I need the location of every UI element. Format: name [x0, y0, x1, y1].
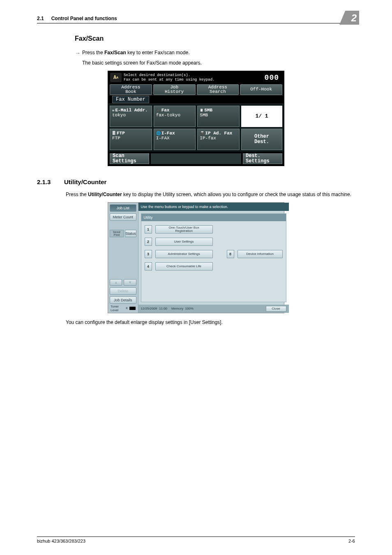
- destination-grid: ✉E-Mail Addr.tokyo 📞Faxfax-tokyo 🖥SMBSMB…: [108, 104, 284, 152]
- scan-settings-button[interactable]: ScanSettings: [110, 153, 149, 164]
- header-section-title: Control Panel and functions: [51, 16, 355, 21]
- sidebar-job-details[interactable]: Job Details: [110, 296, 136, 304]
- s2-main: Use the menu buttons or keypad to make a…: [138, 203, 289, 313]
- page-header: 2.1 Control Panel and functions: [37, 16, 355, 23]
- section-title: Utility/Counter: [64, 178, 106, 185]
- num-3: 3: [145, 250, 152, 258]
- smb-icon: 🖥: [200, 109, 203, 113]
- faxscan-heading: Fax/Scan: [75, 35, 355, 42]
- step-pre: Press the: [82, 50, 104, 56]
- s2-footer: 12/25/2009 11:00 Memory 100% Close: [138, 305, 289, 313]
- zoom-icon[interactable]: AA: [110, 73, 122, 82]
- dest-fax[interactable]: 📞Faxfax-tokyo: [154, 106, 196, 127]
- tab-address-search[interactable]: Address Search: [197, 84, 239, 95]
- section-heading-row: 2.1.3 Utility/Counter: [37, 178, 355, 185]
- off-hook-button[interactable]: Off-Hook: [240, 84, 282, 95]
- tab-address-book[interactable]: Address Book: [110, 84, 152, 95]
- sidebar-arrows: ▲ ▼: [110, 279, 136, 286]
- toner-bar-icon: [129, 307, 136, 310]
- toner-k-label: K: [126, 306, 128, 310]
- sidebar-spacer: [110, 239, 136, 278]
- page-indicator: 1/ 1: [241, 106, 282, 127]
- toner-label: Toner Level: [111, 305, 125, 312]
- toner-level: Toner Level K: [110, 305, 136, 311]
- utility-row-1: 1 One-Touch/User Box Registration: [145, 225, 283, 234]
- num-1: 1: [145, 225, 152, 234]
- s2-sidebar: Job List Meter Count Send/ Print Status …: [108, 203, 138, 313]
- sidebar-status-row: Send/ Print Status: [110, 230, 136, 237]
- s1-top-line2: Fax can be sent at any time using keypad…: [124, 78, 265, 82]
- sidebar-status-small: Send/ Print: [110, 230, 124, 237]
- sidebar-gap: [110, 222, 136, 228]
- utility-screenshot: Job List Meter Count Send/ Print Status …: [108, 202, 284, 313]
- s1-top-line1: Select desired destination(s).: [124, 73, 265, 78]
- faxscan-screenshot: AA Select desired destination(s). Fax ca…: [108, 71, 284, 166]
- email-icon: ✉: [112, 109, 114, 113]
- utility-row-4: 4 Check Consumable Life: [145, 262, 283, 271]
- foot-memory: Memory 100%: [171, 307, 194, 310]
- dest-email[interactable]: ✉E-Mail Addr.tokyo: [110, 106, 152, 127]
- utility-panel: Utility 1 One-Touch/User Box Registratio…: [141, 213, 286, 302]
- dest-ipfax[interactable]: 📠IP Ad. FaxIP-fax: [197, 129, 240, 150]
- other-dest-button[interactable]: OtherDest.: [241, 129, 282, 150]
- page-footer: bizhub 423/363/283/223 2-6: [37, 536, 355, 543]
- fax-icon: 📞: [156, 109, 161, 113]
- destination-counter: 000: [265, 74, 284, 82]
- s1-tabs: Address Book Job History Address Search …: [108, 84, 284, 95]
- num-8: 8: [227, 250, 234, 258]
- utility-row-2: 2 User Settings: [145, 238, 283, 246]
- s1-bottom-spacer: [151, 153, 241, 164]
- ifax-icon: 🌐: [156, 132, 161, 136]
- item-consumable[interactable]: Check Consumable Life: [155, 262, 213, 271]
- utility-panel-title: Utility: [141, 214, 286, 221]
- arrow-up-icon[interactable]: ▲: [110, 279, 122, 286]
- header-section-number: 2.1: [37, 16, 44, 21]
- dest-ifax[interactable]: 🌐I-FaxI-FAX: [154, 129, 196, 150]
- utility-paragraph: Press the Utility/Counter key to display…: [66, 191, 355, 198]
- arrow-right-icon: →: [75, 50, 82, 56]
- step-text: Press the Fax/Scan key to enter Fax/scan…: [82, 50, 189, 56]
- ipfax-icon: 📠: [200, 132, 204, 136]
- sidebar-meter-count[interactable]: Meter Count: [110, 213, 136, 221]
- foot-date: 12/25/2009 11:00: [141, 307, 168, 310]
- section-number: 2.1.3: [37, 178, 64, 185]
- chapter-badge: 2: [339, 11, 359, 25]
- tab-job-history[interactable]: Job History: [153, 84, 196, 95]
- step-key: Fax/Scan: [104, 50, 126, 56]
- item-onetouch[interactable]: One-Touch/User Box Registration: [155, 225, 213, 234]
- sidebar-delete[interactable]: Delete: [110, 287, 136, 295]
- dest-smb[interactable]: 🖥SMBSMB: [197, 106, 240, 127]
- arrow-down-icon[interactable]: ▼: [124, 279, 136, 286]
- utility-after-text: You can configure the default enlarge di…: [66, 319, 355, 326]
- s2-hint: Use the menu buttons or keypad to make a…: [138, 203, 289, 211]
- step-sub: The basic settings screen for Fax/Scan m…: [82, 60, 355, 67]
- num-2: 2: [145, 238, 152, 246]
- s1-top-text: Select desired destination(s). Fax can b…: [124, 73, 265, 82]
- s1-topbar: AA Select desired destination(s). Fax ca…: [108, 71, 284, 84]
- close-button[interactable]: Close: [266, 306, 286, 312]
- sidebar-job-list[interactable]: Job List: [110, 204, 136, 212]
- s1-bottom: ScanSettings Dest.Settings: [108, 152, 284, 166]
- num-4: 4: [145, 262, 152, 271]
- step-row: → Press the Fax/Scan key to enter Fax/sc…: [75, 50, 355, 56]
- fax-number-label[interactable]: Fax Number: [112, 96, 149, 103]
- step-post: key to enter Fax/scan mode.: [126, 50, 190, 56]
- item-user-settings[interactable]: User Settings: [155, 238, 213, 246]
- dest-settings-button[interactable]: Dest.Settings: [243, 153, 282, 164]
- dest-ftp[interactable]: 🗄FTPFTP: [110, 129, 152, 150]
- item-admin-settings[interactable]: Administrator Settings: [155, 250, 213, 258]
- footer-right: 2-6: [348, 539, 355, 543]
- ftp-icon: 🗄: [112, 132, 116, 136]
- footer-left: bizhub 423/363/283/223: [37, 539, 85, 543]
- fax-number-bar: Fax Number: [108, 95, 284, 104]
- utility-items: 1 One-Touch/User Box Registration 2 User…: [141, 221, 286, 302]
- item-device-info[interactable]: Device Information: [238, 250, 283, 258]
- utility-row-3: 3 Administrator Settings 8 Device Inform…: [145, 250, 283, 258]
- sidebar-status[interactable]: Status: [125, 230, 136, 237]
